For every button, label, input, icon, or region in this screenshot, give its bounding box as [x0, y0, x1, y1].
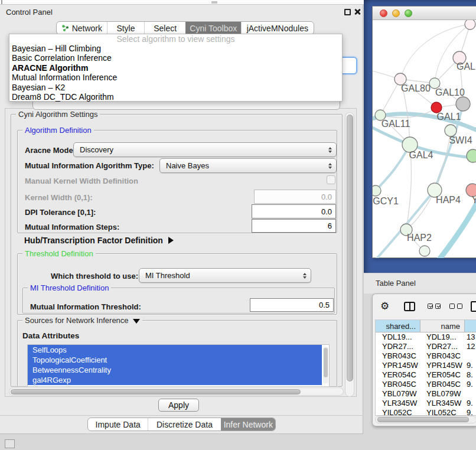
close-icon[interactable]	[354, 8, 361, 15]
hub-definition-label: Hub/Transcription Factor Definition	[24, 236, 163, 245]
popup-placeholder: Select algorithm to view settings	[9, 34, 342, 44]
vertical-scrollbar[interactable]	[323, 347, 328, 383]
spinner-arrows-icon	[328, 163, 334, 169]
network-node[interactable]	[419, 246, 430, 256]
vertical-scrollbar[interactable]	[345, 112, 354, 397]
network-node[interactable]	[467, 149, 476, 162]
mi-threshold-definition-group: MI Threshold Definition Mutual Informati…	[22, 288, 335, 314]
which-threshold-combo[interactable]: MI Threshold	[139, 268, 311, 283]
tab-label: Network	[72, 24, 102, 33]
minimized-panel-icon[interactable]	[5, 439, 15, 448]
table-row[interactable]: YBR045CYBR045C9.	[376, 380, 476, 389]
algorithm-option[interactable]: Mutual Information Inference	[9, 73, 342, 82]
table-row[interactable]: YBR043CYBR043C	[376, 351, 476, 361]
algorithm-option[interactable]: ARACNE Algorithm	[9, 63, 342, 73]
minimize-button[interactable]	[392, 9, 400, 17]
attribute-item[interactable]: TopologicalCoefficient	[28, 355, 322, 365]
field-value: 0.5	[319, 301, 330, 309]
table-cell: YIL052C	[420, 408, 465, 416]
table-row[interactable]: YDR27...YDR27...12	[376, 342, 476, 351]
scrollbar-thumb[interactable]	[324, 348, 328, 377]
column-header-name[interactable]: name	[420, 320, 465, 332]
divider	[0, 415, 363, 416]
tab-style[interactable]: Style	[107, 22, 145, 34]
cyni-algorithm-settings-group: Cyni Algorithm Settings Algorithm Defini…	[11, 114, 343, 387]
horizontal-scrollbar[interactable]	[9, 387, 344, 396]
tab-jactivemnodules[interactable]: jActiveMNodules	[241, 22, 314, 34]
algorithm-option[interactable]: Bayesian – Hill Climbing	[9, 44, 342, 53]
algorithm-option[interactable]: Dream8 DC_TDC Algorithm	[9, 92, 342, 102]
table-cell: 8.	[465, 370, 476, 380]
node-label: GCY1	[373, 196, 399, 206]
bottom-tab-bar: Impute DataDiscretize DataInfer Network	[87, 418, 276, 431]
network-node-swi4[interactable]	[445, 125, 457, 136]
table-row[interactable]: YER054CYER054C8.	[376, 370, 476, 380]
table-row[interactable]: YDL19...YDL19...13	[376, 332, 476, 342]
column-header-shared[interactable]: shared...	[376, 320, 420, 332]
table-row[interactable]: YLR345WYLR345W9.	[376, 399, 476, 408]
network-node[interactable]	[465, 20, 475, 30]
tab-cyni-toolbox[interactable]: Cyni Toolbox	[185, 22, 241, 34]
network-graph: GALGAL80GAL10GAL1GAL11SWI4GAL4GCY1HAP4YH…	[373, 20, 476, 258]
network-canvas[interactable]: GALGAL80GAL10GAL1GAL11SWI4GAL4GCY1HAP4YH…	[373, 20, 476, 258]
tab-impute-data[interactable]: Impute Data	[88, 418, 148, 431]
apply-button[interactable]: Apply	[158, 399, 199, 412]
table-cell: YDL19...	[376, 332, 420, 342]
column-layout-icon[interactable]	[404, 302, 415, 311]
kernel-width-field[interactable]: 0.0	[254, 190, 336, 204]
table-row[interactable]: YIL052CYIL052C9.	[376, 408, 476, 416]
table-cell: YPR145W	[376, 361, 420, 370]
table-cell: YBR043C	[420, 351, 465, 361]
tab-network[interactable]: Network	[57, 22, 107, 34]
table-cell: YLR345W	[420, 399, 465, 408]
select-all-icon[interactable]	[428, 304, 441, 309]
table-cell: YBR043C	[376, 351, 420, 361]
hub-definition-toggle[interactable]: Hub/Transcription Factor Definition	[24, 236, 174, 245]
aracne-mode-combo[interactable]: Discovery	[73, 142, 337, 157]
settings-gear-icon[interactable]: ⚙	[380, 300, 389, 313]
attribute-item[interactable]: BetweennessCentrality	[28, 365, 322, 375]
attribute-item[interactable]: gal4RGexp	[28, 375, 322, 385]
tab-discretize-data[interactable]: Discretize Data	[148, 418, 220, 431]
control-panel-window: Control Panel NetworkStyleSelectCyni Too…	[0, 5, 363, 434]
algorithm-option[interactable]: Basic Correlation Inference	[9, 53, 342, 63]
mi-threshold-field[interactable]: 0.5	[250, 298, 334, 312]
network-node-gcy1[interactable]	[373, 185, 381, 196]
aracne-mode-label: Aracne Mode:	[25, 146, 76, 155]
spinner-arrows-icon	[328, 147, 334, 153]
mi-steps-field[interactable]: 6	[252, 219, 336, 233]
zoom-button[interactable]	[405, 9, 412, 17]
dpi-tolerance-field[interactable]: 0.0	[252, 204, 336, 219]
network-window-titlebar[interactable]	[373, 6, 476, 20]
algorithm-option[interactable]: Bayesian – K2	[9, 83, 342, 92]
network-icon	[61, 24, 69, 32]
table-cell: YBL079W	[376, 389, 420, 399]
node-label: GAL10	[435, 87, 465, 97]
manual-kernel-checkbox[interactable]	[327, 175, 335, 184]
attribute-item[interactable]: SelfLoops	[28, 345, 322, 355]
tab-infer-network[interactable]: Infer Network	[221, 418, 275, 431]
deselect-all-icon[interactable]	[449, 304, 462, 309]
data-attributes-label: Data Attributes	[22, 331, 79, 340]
network-node[interactable]	[456, 97, 470, 111]
scrollbar-thumb[interactable]	[11, 389, 301, 394]
close-button[interactable]	[380, 9, 387, 17]
tab-select[interactable]: Select	[144, 22, 185, 34]
group-title: Threshold Definition	[22, 249, 96, 258]
float-window-icon[interactable]	[344, 9, 351, 15]
mi-steps-label: Mutual Information Steps:	[25, 223, 119, 231]
table-row[interactable]: YBL079WYBL079W	[376, 389, 476, 399]
horizontal-scrollbar[interactable]	[375, 416, 476, 423]
scrollbar-thumb[interactable]	[377, 417, 469, 422]
table-row[interactable]: YPR145WYPR145W9.	[376, 361, 476, 370]
table-icon[interactable]	[471, 301, 476, 312]
column-header-a[interactable]: A	[465, 320, 476, 332]
scrollbar-thumb[interactable]	[347, 115, 353, 381]
field-value: 0.0	[321, 193, 332, 201]
table-cell	[465, 389, 476, 399]
node-label: GAL11	[382, 119, 410, 129]
mi-algorithm-type-combo[interactable]: Naive Bayes	[159, 158, 337, 173]
node-label: GAL1	[437, 112, 461, 122]
node-table: shared...nameAYDL19...YDL19...13YDR27...…	[375, 319, 476, 416]
table-cell: YBR045C	[420, 380, 465, 389]
